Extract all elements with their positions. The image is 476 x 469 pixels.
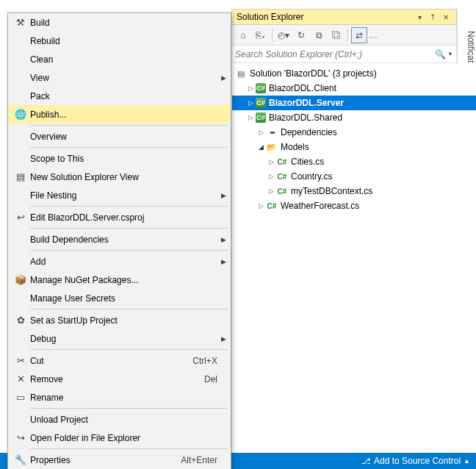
search-box[interactable]: 🔍 ▼ — [231, 46, 457, 63]
build-icon: ⚒ — [11, 15, 30, 30]
file-node[interactable]: ▷ C# myTestDBContext.cs — [232, 184, 476, 198]
project-node-shared[interactable]: ▷ C# BlazorDDL.Shared — [232, 110, 476, 125]
expander-icon[interactable]: ◢ — [256, 142, 266, 152]
csproj-icon: C# — [256, 98, 266, 108]
submenu-arrow-icon: ▶ — [221, 335, 226, 343]
menu-item-build-dependencies[interactable]: Build Dependencies▶ — [8, 230, 231, 248]
file-node[interactable]: ▷ C# Cities.cs — [232, 154, 476, 169]
blank-icon — [11, 34, 30, 49]
menu-item-properties[interactable]: 🔧PropertiesAlt+Enter — [8, 451, 231, 469]
file-node[interactable]: ▷ C# Country.cs — [232, 169, 476, 184]
project-node-server[interactable]: ▷ C# BlazorDDL.Server — [232, 96, 476, 110]
blank-icon — [11, 89, 30, 104]
menu-item-rebuild[interactable]: Rebuild — [8, 32, 231, 50]
menu-item-label: Open Folder in File Explorer — [30, 433, 217, 443]
menu-item-rename[interactable]: ▭Rename — [8, 388, 231, 407]
cut-icon: ✂ — [11, 354, 30, 368]
menu-separator — [30, 125, 228, 126]
menu-item-file-nesting[interactable]: File Nesting▶ — [8, 186, 231, 204]
source-control-icon: ⎇ — [361, 457, 371, 466]
close-icon[interactable]: ✕ — [440, 11, 452, 23]
refresh-icon[interactable]: ↻ — [293, 27, 309, 43]
add-to-source-control[interactable]: Add to Source Control — [374, 456, 461, 466]
home-icon[interactable]: ⌂ — [235, 27, 251, 43]
expander-icon[interactable]: ▷ — [245, 83, 256, 93]
menu-item-cut[interactable]: ✂CutCtrl+X — [8, 351, 231, 370]
menu-shortcut: Alt+Enter — [181, 455, 217, 465]
menu-item-label: Build — [30, 18, 217, 28]
expander-icon[interactable]: ▷ — [256, 127, 266, 137]
menu-item-build[interactable]: ⚒Build — [8, 13, 231, 32]
menu-item-publish[interactable]: 🌐Publish... — [8, 105, 231, 123]
search-input[interactable] — [235, 49, 435, 60]
show-all-icon[interactable]: ⧉ — [311, 27, 327, 43]
blank-icon — [11, 332, 30, 346]
menu-item-edit-blazorddl-server-csproj[interactable]: ↩Edit BlazorDDL.Server.csproj — [8, 208, 231, 226]
blank-icon — [11, 291, 30, 306]
menu-item-label: Publish... — [30, 110, 217, 120]
solution-explorer-toolbar: ⌂ ⎘▾ ◴▾ ↻ ⧉ ⿻ ⇄ … — [231, 25, 457, 46]
publish-icon: 🌐 — [11, 107, 30, 122]
preview-icon[interactable]: ⇄ — [351, 27, 367, 43]
solution-explorer-titlebar: Solution Explorer ▾ ⤒ ✕ — [231, 9, 457, 25]
copy-icon[interactable]: ⿻ — [328, 27, 345, 43]
project-node-client[interactable]: ▷ C# BlazorDDL.Client — [232, 81, 476, 96]
menu-item-label: Rebuild — [30, 36, 217, 46]
menu-item-label: Remove — [30, 374, 204, 384]
menu-item-clean[interactable]: Clean — [8, 50, 231, 68]
menu-item-unload-project[interactable]: Unload Project — [8, 410, 231, 429]
cs-file-icon: C# — [266, 200, 278, 212]
startup-icon: ✿ — [11, 313, 30, 328]
menu-item-scope-to-this[interactable]: Scope to This — [8, 149, 231, 168]
menu-item-label: View — [30, 73, 217, 83]
menu-item-new-solution-explorer-view[interactable]: ▤New Solution Explorer View — [8, 168, 231, 186]
dropdown-icon[interactable]: ▾ — [414, 11, 425, 23]
expander-icon[interactable]: ▷ — [245, 98, 256, 108]
cs-file-icon: C# — [276, 156, 288, 168]
separator — [272, 29, 273, 42]
separator — [347, 29, 348, 42]
menu-item-label: Set as StartUp Project — [30, 315, 217, 326]
menu-item-overview[interactable]: Overview — [8, 127, 231, 146]
menu-separator — [30, 206, 228, 207]
menu-item-set-as-startup-project[interactable]: ✿Set as StartUp Project — [8, 311, 231, 329]
solution-node[interactable]: ▤ Solution 'BlazorDDL' (3 projects) — [232, 66, 476, 81]
search-dropdown-icon[interactable]: ▼ — [447, 51, 453, 57]
menu-item-manage-nuget-packages[interactable]: 📦Manage NuGet Packages... — [8, 271, 231, 289]
menu-separator — [30, 250, 228, 251]
folder-icon: 📂 — [266, 141, 278, 153]
blank-icon — [11, 188, 30, 203]
menu-separator — [30, 349, 228, 350]
expander-icon[interactable]: ▷ — [266, 186, 276, 196]
collapse-icon[interactable]: ⎘▾ — [253, 27, 269, 43]
menu-item-open-folder-in-file-explorer[interactable]: ↪Open Folder in File Explorer — [8, 429, 231, 447]
menu-item-manage-user-secrets[interactable]: Manage User Secrets — [8, 289, 231, 307]
pin-icon[interactable]: ⤒ — [427, 11, 439, 23]
properties-icon: 🔧 — [11, 453, 30, 468]
search-icon[interactable]: 🔍 — [435, 49, 446, 60]
expander-icon[interactable]: ▷ — [256, 201, 266, 211]
menu-shortcut: Ctrl+X — [192, 356, 217, 366]
menu-item-label: Unload Project — [30, 415, 217, 425]
models-folder-node[interactable]: ◢ 📂 Models — [232, 140, 476, 154]
menu-item-pack[interactable]: Pack — [8, 87, 231, 105]
menu-shortcut: Del — [204, 374, 217, 384]
blank-icon — [11, 52, 30, 67]
menu-item-debug[interactable]: Debug▶ — [8, 329, 231, 348]
dependencies-node[interactable]: ▷ ••• Dependencies — [232, 125, 476, 140]
scope-icon[interactable]: ◴▾ — [275, 27, 292, 43]
menu-item-label: Edit BlazorDDL.Server.csproj — [30, 212, 217, 223]
menu-item-add[interactable]: Add▶ — [8, 252, 231, 271]
overflow-icon[interactable]: … — [369, 30, 378, 40]
file-node[interactable]: ▷ C# WeatherForecast.cs — [232, 198, 476, 213]
menu-item-remove[interactable]: ✕RemoveDel — [8, 370, 231, 388]
expander-icon[interactable]: ▷ — [266, 157, 276, 167]
expander-icon[interactable]: ▷ — [266, 171, 276, 182]
menu-item-label: Cut — [30, 356, 192, 366]
edit-csproj-icon: ↩ — [11, 210, 30, 225]
menu-item-view[interactable]: View▶ — [8, 68, 231, 87]
chevron-up-icon[interactable]: ▲ — [464, 457, 470, 465]
menu-separator — [30, 448, 228, 449]
rename-icon: ▭ — [11, 390, 30, 405]
expander-icon[interactable]: ▷ — [245, 112, 256, 123]
